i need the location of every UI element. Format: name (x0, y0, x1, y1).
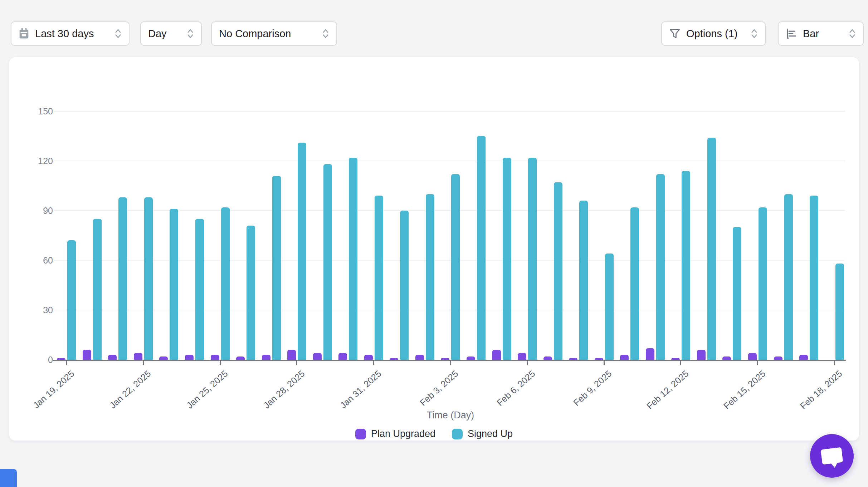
bar-group (515, 111, 540, 360)
signed-up-bar[interactable] (477, 136, 486, 360)
plan-upgraded-bar[interactable] (83, 350, 91, 360)
bar-group (335, 111, 361, 360)
date-range-select[interactable]: Last 30 days (11, 21, 130, 46)
signed-up-bar[interactable] (375, 196, 383, 360)
signed-up-bar[interactable] (707, 138, 716, 360)
bar-group (156, 111, 182, 360)
bar-chart-icon (786, 28, 797, 39)
bar-group (694, 111, 720, 360)
options-label: Options (1) (686, 28, 737, 40)
signed-up-bar[interactable] (247, 226, 255, 360)
signed-up-bar[interactable] (323, 164, 332, 360)
plan-upgraded-bar[interactable] (774, 356, 782, 360)
plan-upgraded-bar[interactable] (134, 353, 142, 360)
signed-up-bar[interactable] (835, 264, 844, 360)
bar-group (821, 111, 847, 360)
x-tick (604, 360, 605, 365)
bar-group (412, 111, 438, 360)
signed-up-bar[interactable] (605, 254, 614, 360)
plan-upgraded-bar[interactable] (697, 350, 706, 360)
bar-group (566, 111, 591, 360)
signed-up-bar[interactable] (221, 207, 230, 360)
signed-up-bar[interactable] (759, 207, 767, 360)
signed-up-bar[interactable] (656, 174, 665, 360)
signed-up-bar[interactable] (93, 219, 102, 360)
plan-upgraded-bar[interactable] (646, 348, 654, 360)
legend-item-plan-upgraded[interactable]: Plan Upgraded (355, 428, 435, 439)
bottom-left-partial-element (0, 469, 17, 487)
plan-upgraded-bar[interactable] (467, 356, 475, 360)
signed-up-bar[interactable] (503, 158, 511, 360)
signed-up-bar[interactable] (579, 201, 588, 360)
signed-up-bar[interactable] (400, 211, 409, 360)
legend-label: Signed Up (468, 428, 513, 439)
options-button[interactable]: Options (1) (661, 21, 766, 46)
y-tick-label-120: 120 (0, 156, 53, 166)
signed-up-bar[interactable] (554, 182, 562, 360)
signed-up-bar[interactable] (272, 176, 281, 360)
bar-group (643, 111, 668, 360)
y-tick-label-90: 90 (0, 205, 53, 216)
plan-upgraded-bar[interactable] (799, 355, 808, 360)
date-range-value: Last 30 days (35, 28, 94, 40)
signed-up-bar[interactable] (630, 207, 639, 360)
x-tick (373, 360, 374, 365)
plan-upgraded-bar[interactable] (262, 355, 270, 360)
interval-select[interactable]: Day (140, 21, 202, 46)
chart-legend: Plan UpgradedSigned Up (9, 428, 859, 439)
chevron-updown-icon (114, 28, 122, 39)
signed-up-bar[interactable] (195, 219, 204, 360)
bar-group (770, 111, 796, 360)
signed-up-bar[interactable] (349, 158, 357, 360)
bar-group (131, 111, 156, 360)
signed-up-bar[interactable] (784, 194, 793, 360)
signed-up-bar[interactable] (528, 158, 537, 360)
chevron-updown-icon (751, 28, 758, 39)
signed-up-bar[interactable] (118, 197, 127, 360)
legend-swatch (452, 429, 463, 439)
plan-upgraded-bar[interactable] (492, 350, 501, 360)
signed-up-bar[interactable] (298, 143, 306, 360)
plan-upgraded-bar[interactable] (543, 356, 552, 360)
plan-upgraded-bar[interactable] (364, 355, 373, 360)
bar-group (258, 111, 284, 360)
x-tick (757, 360, 758, 365)
signed-up-bar[interactable] (451, 174, 460, 360)
plan-upgraded-bar[interactable] (236, 356, 245, 360)
plan-upgraded-bar[interactable] (722, 356, 731, 360)
signed-up-bar[interactable] (810, 196, 818, 360)
bar-group (591, 111, 617, 360)
signed-up-bar[interactable] (67, 240, 76, 360)
x-tick (296, 360, 297, 365)
funnel-icon (669, 28, 681, 39)
comparison-value: No Comparison (219, 28, 291, 40)
analytics-page: Last 30 days Day No Comparison (0, 0, 868, 487)
bar-group (617, 111, 643, 360)
signed-up-bar[interactable] (682, 171, 690, 360)
x-tick (680, 360, 681, 365)
calendar-icon (19, 28, 29, 39)
signed-up-bar[interactable] (426, 194, 434, 360)
chart-type-select[interactable]: Bar (778, 21, 864, 46)
plan-upgraded-bar[interactable] (748, 353, 757, 360)
x-tick (66, 360, 67, 365)
signed-up-bar[interactable] (733, 227, 741, 360)
bar-group (54, 111, 79, 360)
comparison-select[interactable]: No Comparison (211, 21, 337, 46)
x-tick (220, 360, 221, 365)
signed-up-bar[interactable] (144, 197, 153, 360)
signed-up-bar[interactable] (170, 209, 178, 360)
plan-upgraded-bar[interactable] (159, 356, 168, 360)
plan-upgraded-bar[interactable] (415, 355, 424, 360)
x-tick (527, 360, 528, 365)
chat-launcher-button[interactable] (810, 434, 854, 478)
plan-upgraded-bar[interactable] (338, 353, 347, 360)
plan-upgraded-bar[interactable] (313, 353, 322, 360)
plan-upgraded-bar[interactable] (185, 355, 194, 360)
plan-upgraded-bar[interactable] (287, 350, 296, 360)
plan-upgraded-bar[interactable] (518, 353, 526, 360)
plan-upgraded-bar[interactable] (620, 355, 629, 360)
plan-upgraded-bar[interactable] (108, 355, 117, 360)
plan-upgraded-bar[interactable] (211, 355, 219, 360)
legend-item-signed-up[interactable]: Signed Up (452, 428, 513, 439)
